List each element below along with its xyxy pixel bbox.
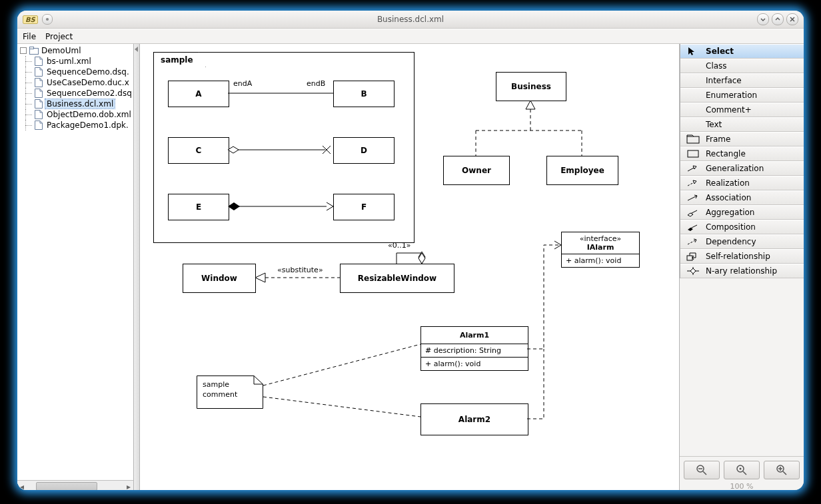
tool-nary[interactable]: N-ary relationship <box>680 264 804 278</box>
alarm1-op: + alarm(): void <box>421 358 528 370</box>
tree-item[interactable]: Business.dcl.xml <box>19 99 133 109</box>
class-alarm1[interactable]: Alarm1 # description: String + alarm(): … <box>420 326 528 371</box>
tool-label: Interface <box>706 76 742 85</box>
class-employee[interactable]: Employee <box>546 156 618 185</box>
tool-aggr[interactable]: Aggregation <box>680 205 804 220</box>
tree-item[interactable]: SequenceDemo2.dsq <box>19 88 133 99</box>
svg-marker-21 <box>526 101 535 109</box>
tool-dep[interactable]: Dependency <box>680 234 804 249</box>
tool-class[interactable]: Class <box>680 59 804 73</box>
scroll-thumb[interactable] <box>36 482 97 490</box>
tool-comment[interactable]: Comment+ <box>680 103 804 117</box>
svg-point-54 <box>740 468 742 470</box>
svg-line-30 <box>263 344 420 385</box>
menu-file[interactable]: File <box>23 32 36 41</box>
tree-item-label: bs-uml.xml <box>45 57 93 66</box>
system-menu-icon[interactable] <box>42 14 53 25</box>
titlebar: BS Business.dcl.xml <box>17 11 804 29</box>
rect-icon <box>686 149 700 158</box>
tool-select[interactable]: Select <box>680 44 804 59</box>
class-a[interactable]: A <box>168 81 229 107</box>
tool-label: Realization <box>706 178 750 188</box>
app-window: BS Business.dcl.xml File Project DemoUml <box>17 11 804 490</box>
project-tree[interactable]: DemoUml bs-uml.xmlSequenceDemo.dsq.UseCa… <box>17 44 133 480</box>
zoom-reset-button[interactable] <box>724 461 760 479</box>
svg-point-0 <box>46 18 49 21</box>
tree-item[interactable]: ObjectDemo.dob.xml <box>19 109 133 120</box>
tree-item-label: UseCaseDemo.duc.x <box>45 78 131 87</box>
class-d[interactable]: D <box>333 137 395 164</box>
tree-item[interactable]: UseCaseDemo.duc.x <box>19 77 133 88</box>
svg-marker-6 <box>35 68 43 77</box>
interface-ialarm[interactable]: «interface» IAlarm + alarm(): void <box>561 232 640 268</box>
zoom-in-button[interactable] <box>764 461 800 479</box>
comment-line2: comment <box>203 390 237 399</box>
cursor-icon <box>686 47 700 56</box>
tree-item[interactable]: PackageDemo1.dpk. <box>19 120 133 130</box>
tree-item-label: SequenceDemo.dsq. <box>45 67 131 77</box>
app-badge: BS <box>23 15 38 24</box>
class-e[interactable]: E <box>168 194 229 220</box>
class-alarm2[interactable]: Alarm2 <box>420 403 528 435</box>
tool-frame[interactable]: Frame <box>680 132 804 146</box>
diamond-open-icon <box>686 208 700 217</box>
svg-marker-48 <box>690 268 696 274</box>
file-icon <box>35 99 43 109</box>
tool-gen[interactable]: Generalization <box>680 161 804 176</box>
self-icon <box>686 252 700 261</box>
class-b[interactable]: B <box>333 81 395 107</box>
tool-comp[interactable]: Composition <box>680 220 804 234</box>
tool-label: Composition <box>706 222 756 232</box>
svg-marker-12 <box>135 47 138 52</box>
mult-label: «0..1» <box>388 241 410 250</box>
scroll-left-arrow[interactable]: ◂ <box>17 481 27 490</box>
svg-marker-41 <box>688 213 693 216</box>
tree-item-label: PackageDemo1.dpk. <box>45 121 130 130</box>
tool-rect[interactable]: Rectangle <box>680 146 804 161</box>
tool-enum[interactable]: Enumeration <box>680 88 804 103</box>
minimize-button[interactable] <box>757 13 769 25</box>
arrow-dashed-icon <box>686 178 700 188</box>
class-window[interactable]: Window <box>183 264 256 293</box>
assoc-end-a: endA <box>233 79 252 88</box>
maximize-button[interactable] <box>772 13 784 25</box>
class-resizablewindow[interactable]: ResizableWindow <box>340 264 454 293</box>
tool-label: Text <box>706 120 722 129</box>
class-business[interactable]: Business <box>496 72 566 101</box>
tool-label: Select <box>706 47 734 56</box>
svg-line-31 <box>263 397 420 417</box>
tree-root[interactable]: DemoUml <box>19 45 133 56</box>
tree-item[interactable]: SequenceDemo.dsq. <box>19 67 133 77</box>
ialarm-stereo: «interface» <box>566 234 635 243</box>
scroll-right-arrow[interactable]: ▸ <box>124 481 133 490</box>
pane-splitter[interactable] <box>134 44 140 490</box>
svg-rect-34 <box>688 150 698 157</box>
svg-line-50 <box>703 471 706 475</box>
svg-marker-38 <box>693 180 696 184</box>
tree-scrollbar[interactable]: ◂ ▸ <box>17 480 133 490</box>
tool-assoc[interactable]: Association <box>680 190 804 205</box>
dep-icon <box>686 237 700 246</box>
window-title: Business.dcl.xml <box>17 15 804 24</box>
tool-interface[interactable]: Interface <box>680 73 804 88</box>
tool-self[interactable]: Self-relationship <box>680 249 804 264</box>
svg-marker-32 <box>688 47 694 55</box>
diagram-canvas[interactable]: sample A B endA endB C D E F Business Ow… <box>140 44 680 490</box>
file-icon <box>35 57 43 66</box>
class-owner[interactable]: Owner <box>443 156 510 185</box>
class-c[interactable]: C <box>168 137 229 164</box>
close-button[interactable] <box>786 13 798 25</box>
zoom-out-button[interactable] <box>684 461 720 479</box>
class-f[interactable]: F <box>333 194 395 220</box>
arrow-plain-icon <box>686 193 700 202</box>
tool-real[interactable]: Realization <box>680 176 804 190</box>
stereotype-substitute: «substitute» <box>277 266 323 274</box>
svg-line-42 <box>690 225 697 228</box>
svg-rect-45 <box>687 256 692 260</box>
file-icon <box>35 89 43 98</box>
tree-item[interactable]: bs-uml.xml <box>19 56 133 67</box>
svg-marker-10 <box>35 111 43 119</box>
menu-project[interactable]: Project <box>45 32 73 41</box>
tool-text[interactable]: Text <box>680 117 804 132</box>
tree-root-label: DemoUml <box>40 46 82 55</box>
